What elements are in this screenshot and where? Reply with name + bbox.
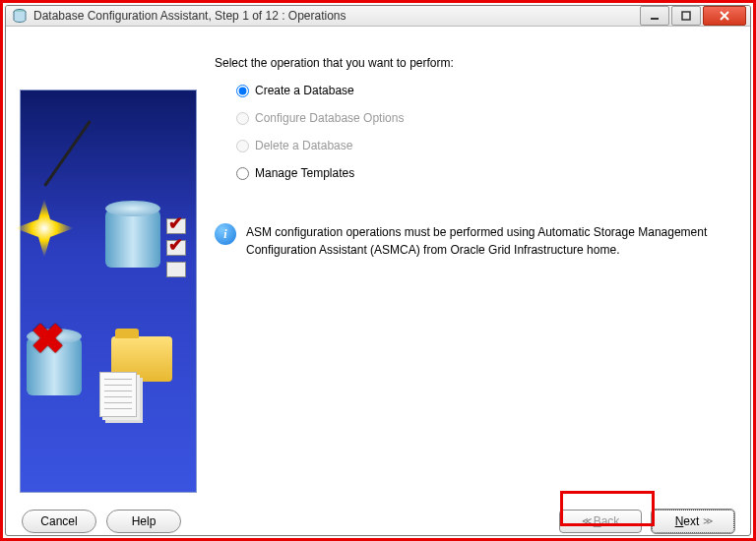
main-panel: Select the operation that you want to pe… xyxy=(215,40,736,493)
radio-delete xyxy=(236,140,249,152)
maximize-button[interactable] xyxy=(671,6,701,26)
back-button[interactable]: ≪ Back xyxy=(559,510,642,533)
option-delete-database: Delete a Database xyxy=(236,139,736,152)
info-icon: i xyxy=(215,223,236,245)
cancel-button[interactable]: Cancel xyxy=(22,510,96,533)
window-title: Database Configuration Assistant, Step 1… xyxy=(33,9,634,23)
option-label: Create a Database xyxy=(255,84,354,97)
wizard-graphic: ✖ xyxy=(20,90,197,493)
svg-rect-2 xyxy=(682,12,690,20)
option-configure-database: Configure Database Options xyxy=(236,111,736,125)
chevron-right-icon: ≫ xyxy=(703,515,711,526)
option-label: Configure Database Options xyxy=(255,111,404,125)
footer: Cancel Help ≪ Back Next ≫ xyxy=(6,507,750,535)
radio-templates[interactable] xyxy=(236,167,249,180)
operation-options: Create a Database Configure Database Opt… xyxy=(236,84,736,180)
minimize-button[interactable] xyxy=(640,6,669,26)
radio-create[interactable] xyxy=(236,85,249,97)
titlebar: Database Configuration Assistant, Step 1… xyxy=(6,6,750,27)
prompt-text: Select the operation that you want to pe… xyxy=(215,56,736,70)
next-button[interactable]: Next ≫ xyxy=(652,510,734,533)
chevron-left-icon: ≪ xyxy=(582,515,590,526)
info-message: i ASM configuration operations must be p… xyxy=(215,223,736,259)
content-area: ✖ Select the operation that you want to … xyxy=(6,27,750,507)
info-text: ASM configuration operations must be per… xyxy=(246,223,736,259)
option-label: Manage Templates xyxy=(255,166,354,180)
app-icon xyxy=(12,8,28,24)
window-buttons xyxy=(640,6,746,26)
option-manage-templates[interactable]: Manage Templates xyxy=(236,166,736,180)
option-label: Delete a Database xyxy=(255,139,352,152)
radio-configure xyxy=(236,112,249,125)
help-button[interactable]: Help xyxy=(106,510,181,533)
option-create-database[interactable]: Create a Database xyxy=(236,84,736,97)
close-button[interactable] xyxy=(703,6,746,26)
wizard-window: Database Configuration Assistant, Step 1… xyxy=(5,5,751,536)
